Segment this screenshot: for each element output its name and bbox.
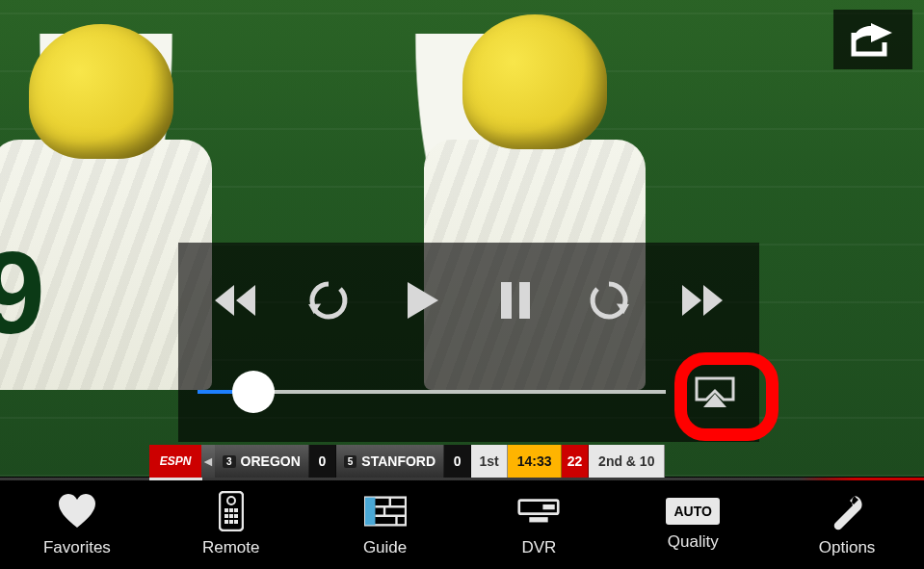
team1-rank: 3: [223, 455, 236, 468]
svg-point-3: [227, 497, 235, 504]
skip-forward-icon: [587, 278, 631, 323]
svg-rect-22: [530, 517, 548, 522]
svg-rect-10: [224, 520, 228, 524]
svg-rect-9: [234, 514, 238, 518]
jersey-number: 9: [0, 226, 45, 359]
nav-label: Remote: [202, 538, 260, 557]
playback-controls-panel: [178, 243, 759, 442]
nav-label: Options: [819, 538, 876, 557]
rewind-icon: [211, 281, 259, 320]
skip-back-icon: [306, 278, 351, 323]
nav-guide[interactable]: Guide: [313, 492, 458, 557]
nav-label: Quality: [668, 532, 719, 552]
seek-slider[interactable]: [198, 390, 666, 394]
svg-rect-0: [501, 282, 512, 319]
nav-label: Favorites: [43, 538, 111, 557]
share-icon: [848, 19, 898, 60]
team2-rank: 5: [344, 455, 357, 468]
quarter: 1st: [471, 445, 508, 478]
svg-rect-21: [543, 504, 555, 509]
skip-back-button[interactable]: [295, 267, 362, 334]
chevron-left-icon: ◄: [201, 445, 215, 478]
down-distance: 2nd & 10: [589, 445, 665, 478]
nav-label: DVR: [521, 538, 556, 557]
rewind-button[interactable]: [201, 267, 269, 334]
score-ticker: ESPN ◄ 3 OREGON 0 5 STANFORD 0 1st 14:33…: [149, 445, 805, 478]
svg-rect-1: [519, 282, 530, 319]
game-clock: 14:33: [508, 445, 562, 478]
nav-quality[interactable]: AUTO Quality: [620, 498, 765, 552]
airplay-icon: [693, 375, 737, 409]
dvr-icon: [517, 492, 560, 530]
svg-rect-5: [229, 508, 233, 512]
team2-score: 0: [444, 445, 471, 478]
skip-forward-button[interactable]: [575, 267, 643, 334]
team2-name: STANFORD: [361, 453, 436, 469]
svg-rect-14: [365, 498, 376, 526]
fast-forward-icon: [678, 281, 726, 320]
svg-rect-12: [234, 520, 238, 524]
play-icon: [402, 278, 442, 323]
nav-remote[interactable]: Remote: [159, 492, 304, 557]
remote-icon: [210, 492, 252, 530]
svg-rect-4: [224, 508, 228, 512]
heart-icon: [56, 492, 98, 530]
nav-favorites[interactable]: Favorites: [5, 492, 149, 557]
nav-label: Guide: [363, 538, 407, 557]
network-badge: ESPN: [149, 445, 201, 478]
bottom-nav: Favorites Remote Guide: [0, 480, 924, 569]
seek-thumb[interactable]: [232, 371, 275, 413]
play-button[interactable]: [388, 267, 456, 334]
airplay-button[interactable]: [690, 373, 740, 411]
nav-dvr[interactable]: DVR: [466, 492, 611, 557]
team2-cell: 5 STANFORD: [336, 445, 444, 478]
team1-cell: 3 OREGON: [215, 445, 309, 478]
share-button[interactable]: [833, 10, 912, 69]
quality-badge-text: AUTO: [674, 504, 712, 519]
guide-icon: [364, 492, 407, 530]
svg-rect-6: [234, 508, 238, 512]
svg-rect-8: [229, 514, 233, 518]
team1-name: OREGON: [241, 453, 301, 469]
team1-score: 0: [309, 445, 336, 478]
fast-forward-button[interactable]: [669, 267, 736, 334]
svg-rect-11: [229, 520, 233, 524]
pause-icon: [497, 278, 534, 323]
wrench-icon: [826, 492, 868, 530]
quality-icon: AUTO: [666, 498, 720, 525]
svg-rect-7: [224, 514, 228, 518]
play-clock: 22: [562, 445, 589, 478]
nav-options[interactable]: Options: [775, 492, 919, 557]
pause-button[interactable]: [482, 267, 549, 334]
